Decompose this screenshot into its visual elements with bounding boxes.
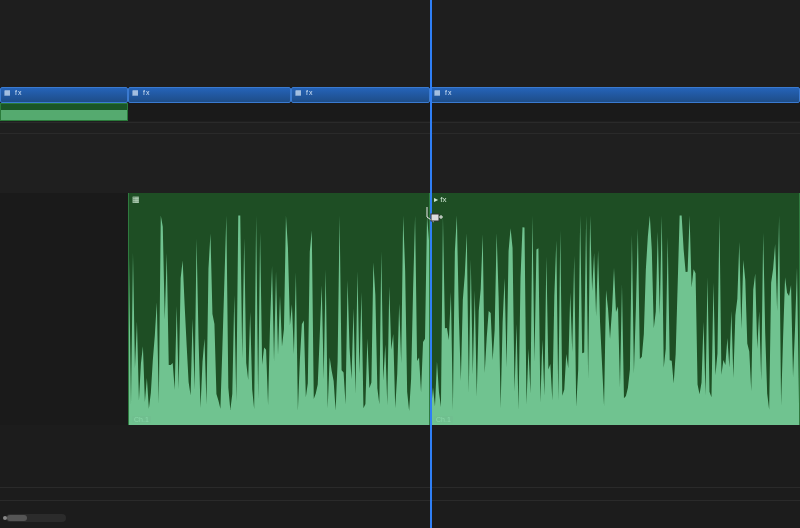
timeline-bottom-empty bbox=[0, 425, 800, 528]
timeline-top-empty bbox=[0, 0, 800, 87]
scrollbar-thumb[interactable] bbox=[7, 515, 27, 521]
video-clip[interactable]: ▦ fx bbox=[0, 87, 128, 103]
track-divider bbox=[0, 487, 800, 488]
thumbnail-strip bbox=[0, 103, 800, 121]
thumbnail-waveform bbox=[1, 110, 127, 120]
audio-waveform bbox=[431, 193, 799, 425]
video-track[interactable]: ▦ fx▦ fx▦ fx▦ fx bbox=[0, 87, 800, 103]
track-divider bbox=[0, 122, 800, 123]
audio-clip[interactable]: ▸ fxCh.1 bbox=[430, 193, 800, 425]
clip-fx-badge: ▦ fx bbox=[4, 89, 22, 97]
clip-settings-icon: ▦ bbox=[4, 89, 15, 96]
clip-settings-icon: ▦ bbox=[295, 89, 306, 96]
clip-fx-badge: ▦ fx bbox=[132, 89, 150, 97]
video-clip[interactable]: ▦ fx bbox=[128, 87, 291, 103]
audio-clip[interactable]: ▦Ch.1 bbox=[128, 193, 430, 425]
thumbnail-clip[interactable] bbox=[0, 103, 128, 121]
video-clip[interactable]: ▦ fx bbox=[291, 87, 430, 103]
video-clip[interactable]: ▦ fx bbox=[430, 87, 800, 103]
audio-waveform bbox=[129, 193, 429, 425]
track-divider bbox=[0, 133, 800, 134]
clip-fx-badge: ▦ fx bbox=[295, 89, 313, 97]
timeline-gap bbox=[0, 121, 800, 193]
timeline-area[interactable]: ▦ fx▦ fx▦ fx▦ fx ▦Ch.1▸ fxCh.1 bbox=[0, 0, 800, 528]
track-divider bbox=[0, 500, 800, 501]
horizontal-scrollbar[interactable] bbox=[6, 514, 66, 522]
clip-settings-icon: ▦ bbox=[434, 89, 445, 96]
clip-settings-icon: ▦ bbox=[132, 89, 143, 96]
audio-track[interactable]: ▦Ch.1▸ fxCh.1 bbox=[0, 193, 800, 425]
clip-fx-badge: ▦ fx bbox=[434, 89, 452, 97]
